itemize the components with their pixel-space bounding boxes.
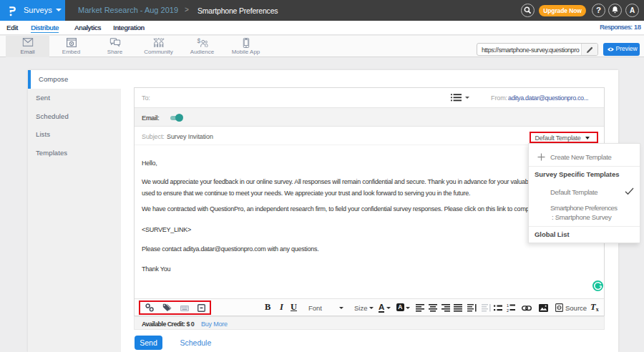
svg-text:2: 2: [507, 308, 509, 313]
svg-text:$: $: [197, 38, 200, 44]
svg-text:1: 1: [507, 303, 509, 308]
